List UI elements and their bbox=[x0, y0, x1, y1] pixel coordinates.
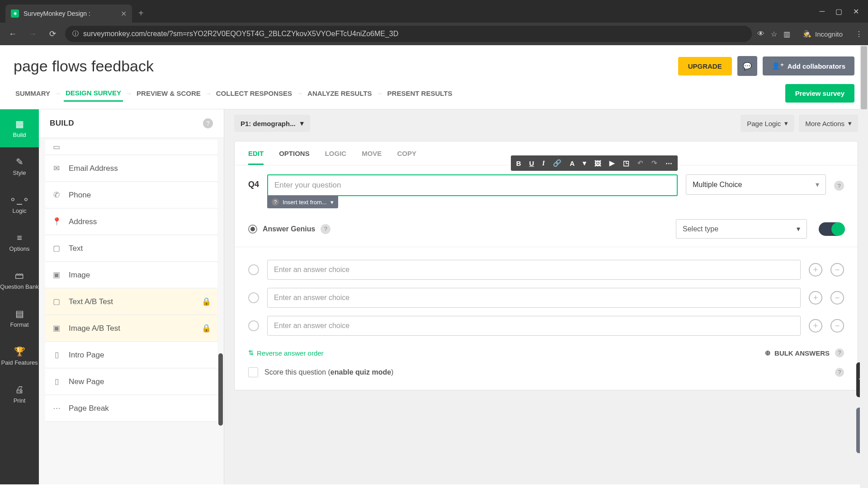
help-icon[interactable]: ? bbox=[321, 224, 330, 234]
crumb-collect-responses[interactable]: COLLECT RESPONSES bbox=[214, 86, 294, 101]
font-icon[interactable]: A bbox=[568, 159, 576, 168]
forward-button[interactable]: → bbox=[25, 27, 40, 41]
crumb-present-results[interactable]: PRESENT RESULTS bbox=[386, 86, 454, 101]
crumb-design-survey[interactable]: DESIGN SURVEY bbox=[64, 85, 123, 102]
italic-icon[interactable]: I bbox=[540, 159, 547, 168]
page-header: page flows feedback UPGRADE 💬 👤⁺ Add col… bbox=[0, 45, 868, 84]
tab-logic[interactable]: LOGIC bbox=[325, 150, 347, 165]
answer-input[interactable]: Enter an answer choice bbox=[267, 316, 801, 336]
genius-type-select[interactable]: Select type ▾ bbox=[676, 219, 807, 239]
chevron-right-icon: → bbox=[377, 90, 383, 97]
panel-icon[interactable]: ▥ bbox=[783, 30, 790, 38]
build-item-text-ab-test[interactable]: ▢ Text A/B Test 🔒 bbox=[45, 289, 217, 315]
answer-genius-radio[interactable] bbox=[248, 225, 257, 234]
build-item-address[interactable]: 📍 Address bbox=[45, 209, 217, 235]
field-icon: ▭ bbox=[52, 142, 61, 152]
survey-title[interactable]: page flows feedback bbox=[14, 57, 154, 75]
maximize-icon[interactable]: ▢ bbox=[835, 7, 842, 16]
remove-answer-button[interactable]: − bbox=[830, 263, 844, 277]
rail-print[interactable]: 🖨 Print bbox=[0, 375, 39, 413]
help-icon[interactable]: ? bbox=[835, 348, 844, 357]
rail-logic[interactable]: ⚬⎯⚬ Logic bbox=[0, 185, 39, 223]
rail-options[interactable]: ≡ Options bbox=[0, 223, 39, 261]
incognito-badge[interactable]: 🕵 Incognito bbox=[797, 27, 849, 41]
answer-input[interactable]: Enter an answer choice bbox=[267, 260, 801, 280]
crumb-analyze-results[interactable]: ANALYZE RESULTS bbox=[306, 86, 374, 101]
build-item-new-page[interactable]: ▯ New Page bbox=[45, 369, 217, 395]
rail-paid-features[interactable]: 🏆 Paid Features bbox=[0, 337, 39, 375]
add-collaborators-button[interactable]: 👤⁺ Add collaborators bbox=[763, 56, 854, 75]
close-window-icon[interactable]: ✕ bbox=[853, 7, 859, 16]
answer-radio-icon bbox=[248, 264, 259, 275]
embed-icon[interactable]: ◳ bbox=[621, 158, 631, 168]
help-icon[interactable]: ? bbox=[834, 181, 844, 191]
rail-question-bank[interactable]: 🗃 Question Bank bbox=[0, 261, 39, 299]
answer-input[interactable]: Enter an answer choice bbox=[267, 288, 801, 308]
new-tab-button[interactable]: + bbox=[138, 8, 144, 19]
eye-off-icon[interactable]: 👁 bbox=[757, 30, 764, 38]
page-scroll-thumb[interactable] bbox=[861, 46, 867, 109]
bold-icon[interactable]: B bbox=[514, 159, 523, 168]
bulk-answers-button[interactable]: ⊕ BULK ANSWERS bbox=[765, 349, 830, 357]
underline-icon[interactable]: U bbox=[527, 159, 536, 168]
crumb-preview-score[interactable]: PREVIEW & SCORE bbox=[135, 86, 203, 101]
build-item-email[interactable]: ✉ Email Address bbox=[45, 155, 217, 182]
tab-close-icon[interactable]: ✕ bbox=[121, 9, 127, 18]
bookmark-star-icon[interactable]: ☆ bbox=[771, 30, 777, 38]
tab-edit[interactable]: EDIT bbox=[248, 150, 264, 165]
chat-button[interactable]: 💬 bbox=[737, 56, 757, 76]
build-item-image-ab-test[interactable]: ▣ Image A/B Test 🔒 bbox=[45, 315, 217, 342]
build-item-image[interactable]: ▣ Image bbox=[45, 262, 217, 288]
help-icon[interactable]: ? bbox=[835, 368, 844, 377]
page-scrollbar[interactable] bbox=[860, 45, 868, 488]
insert-text-from-dropdown[interactable]: ? Insert text from... ▾ bbox=[267, 196, 338, 208]
rail-style[interactable]: ✎ Style bbox=[0, 147, 39, 185]
tab-copy[interactable]: COPY bbox=[397, 150, 416, 165]
window-controls: ─ ▢ ✕ bbox=[820, 7, 868, 16]
chevron-down-icon[interactable]: ▾ bbox=[581, 158, 588, 168]
upgrade-button[interactable]: UPGRADE bbox=[678, 57, 732, 75]
redo-icon[interactable]: ↷ bbox=[650, 158, 659, 168]
help-icon[interactable]: ? bbox=[203, 118, 213, 128]
remove-answer-button[interactable]: − bbox=[830, 319, 844, 333]
tab-options[interactable]: OPTIONS bbox=[279, 150, 310, 165]
page-selector[interactable]: P1: demograph... ▾ bbox=[234, 115, 310, 132]
score-checkbox[interactable] bbox=[248, 367, 258, 377]
answer-genius-toggle[interactable] bbox=[819, 222, 844, 236]
reverse-answer-order-link[interactable]: ⇅ Reverse answer order bbox=[248, 349, 324, 357]
rail-format[interactable]: ▤ Format bbox=[0, 299, 39, 337]
more-icon[interactable]: ⋯ bbox=[664, 158, 674, 168]
browser-tab[interactable]: ✶ SurveyMonkey Design : ✕ bbox=[5, 5, 132, 23]
preview-survey-button[interactable]: Preview survey bbox=[785, 84, 854, 103]
page-logic-dropdown[interactable]: Page Logic ▾ bbox=[741, 115, 794, 132]
build-item-intro-page[interactable]: ▯ Intro Page bbox=[45, 342, 217, 368]
question-type-select[interactable]: Multiple Choice ▾ bbox=[686, 174, 826, 195]
image-icon[interactable]: 🖼 bbox=[593, 159, 603, 168]
answer-genius-label: Answer Genius bbox=[263, 225, 315, 233]
question-text-input[interactable]: Enter your question bbox=[267, 174, 678, 196]
back-button[interactable]: ← bbox=[5, 27, 20, 41]
minimize-icon[interactable]: ─ bbox=[820, 7, 825, 16]
build-item-page-break[interactable]: ⋯ Page Break bbox=[45, 395, 217, 422]
answer-row: Enter an answer choice + − bbox=[248, 316, 844, 336]
browser-menu-icon[interactable]: ⋮ bbox=[855, 30, 863, 38]
undo-icon[interactable]: ↶ bbox=[636, 158, 645, 168]
tab-favicon: ✶ bbox=[11, 9, 19, 18]
more-actions-dropdown[interactable]: More Actions ▾ bbox=[799, 115, 858, 132]
tab-move[interactable]: MOVE bbox=[362, 150, 382, 165]
rail-build[interactable]: ▦ Build bbox=[0, 109, 39, 147]
site-info-icon[interactable]: ⓘ bbox=[72, 30, 79, 38]
build-item-partial[interactable]: ▭ bbox=[45, 140, 217, 155]
add-answer-button[interactable]: + bbox=[809, 263, 822, 277]
panel-scrollbar-thumb[interactable] bbox=[218, 353, 223, 426]
build-item-text[interactable]: ▢ Text bbox=[45, 235, 217, 262]
crumb-summary[interactable]: SUMMARY bbox=[14, 86, 52, 101]
reload-button[interactable]: ⟳ bbox=[45, 27, 60, 41]
link-icon[interactable]: 🔗 bbox=[551, 158, 563, 168]
remove-answer-button[interactable]: − bbox=[830, 291, 844, 305]
add-answer-button[interactable]: + bbox=[809, 319, 822, 333]
url-input[interactable]: ⓘ surveymonkey.com/create/?sm=rsYO2R2V0E… bbox=[65, 26, 752, 42]
video-icon[interactable]: ▶ bbox=[608, 158, 617, 168]
add-answer-button[interactable]: + bbox=[809, 291, 822, 305]
build-item-phone[interactable]: ✆ Phone bbox=[45, 182, 217, 208]
